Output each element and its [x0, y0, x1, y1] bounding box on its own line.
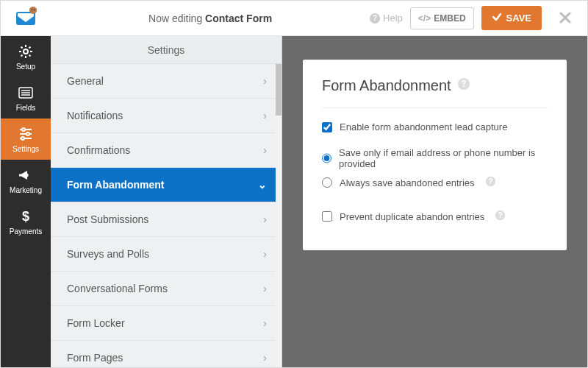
chevron-down-icon: ⌄	[258, 179, 267, 191]
sidenav-item-marketing[interactable]: Marketing	[1, 160, 51, 201]
settings-item-label: Form Locker	[67, 317, 125, 329]
settings-item-label: Form Abandonment	[67, 179, 164, 191]
save-conditional-radio[interactable]	[322, 153, 331, 163]
settings-column: Settings General › Notifications › Confi…	[51, 36, 282, 367]
panel-title: Form Abandonment ?	[322, 77, 548, 94]
svg-point-6	[34, 9, 35, 10]
enable-abandonment-label: Enable form abandonment lead capture	[340, 121, 507, 132]
side-nav: Setup Fields Settings Marketing	[1, 36, 51, 367]
save-always-option[interactable]: Always save abandoned entries ?	[322, 176, 548, 189]
megaphone-icon	[18, 167, 34, 183]
svg-line-13	[29, 54, 31, 56]
enable-abandonment-option[interactable]: Enable form abandonment lead capture	[322, 121, 548, 132]
settings-item-conversational-forms[interactable]: Conversational Forms ›	[51, 272, 282, 306]
gear-icon	[18, 43, 34, 60]
list-icon	[18, 85, 34, 101]
sidenav-label: Setup	[16, 63, 35, 71]
check-icon	[492, 12, 502, 24]
code-icon: </>	[418, 13, 431, 24]
settings-item-notifications[interactable]: Notifications ›	[51, 99, 282, 133]
panel-title-text: Form Abandonment	[322, 77, 451, 94]
sliders-icon	[18, 126, 34, 142]
settings-item-label: Conversational Forms	[67, 283, 168, 294]
settings-item-general[interactable]: General ›	[51, 64, 282, 99]
svg-text:?: ?	[488, 177, 492, 185]
top-header: Now editing Contact Form ? Help </> EMBE…	[1, 1, 587, 36]
chevron-right-icon: ›	[263, 75, 267, 87]
close-icon	[559, 9, 571, 27]
save-conditional-label: Save only if email address or phone numb…	[339, 147, 548, 169]
svg-line-14	[29, 46, 31, 48]
sidenav-item-setup[interactable]: Setup	[1, 36, 51, 77]
embed-button-label: EMBED	[434, 13, 465, 24]
settings-item-post-submissions[interactable]: Post Submissions ›	[51, 202, 282, 237]
help-icon[interactable]: ?	[485, 176, 496, 189]
prevent-dupes-label: Prevent duplicate abandon entries	[340, 211, 484, 222]
settings-item-label: General	[67, 75, 104, 87]
svg-text:?: ?	[461, 79, 466, 89]
sidenav-label: Marketing	[10, 186, 42, 194]
settings-item-surveys-polls[interactable]: Surveys and Polls ›	[51, 237, 282, 272]
svg-point-21	[22, 128, 25, 131]
help-icon[interactable]: ?	[457, 77, 470, 94]
chevron-right-icon: ›	[263, 144, 267, 156]
chevron-right-icon: ›	[263, 352, 267, 364]
svg-point-23	[26, 132, 29, 135]
now-editing-label: Now editing Contact Form	[51, 13, 370, 24]
save-button[interactable]: SAVE	[481, 6, 542, 30]
app-logo	[1, 1, 51, 36]
content-area: Form Abandonment ? Enable form abandonme…	[282, 36, 587, 367]
save-conditional-option[interactable]: Save only if email address or phone numb…	[322, 147, 548, 169]
enable-abandonment-checkbox[interactable]	[322, 122, 332, 132]
chevron-right-icon: ›	[263, 248, 267, 260]
help-icon[interactable]: ?	[495, 210, 506, 223]
help-label: Help	[383, 13, 403, 24]
save-button-label: SAVE	[506, 13, 531, 24]
settings-item-label: Surveys and Polls	[67, 248, 149, 260]
settings-item-label: Confirmations	[67, 144, 130, 156]
sidenav-item-fields[interactable]: Fields	[1, 77, 51, 118]
sidenav-item-settings[interactable]: Settings	[1, 118, 51, 160]
help-icon: ?	[370, 13, 380, 24]
chevron-right-icon: ›	[263, 283, 267, 294]
sidenav-label: Settings	[12, 145, 39, 153]
svg-text:$: $	[22, 209, 29, 224]
settings-item-confirmations[interactable]: Confirmations ›	[51, 133, 282, 168]
close-button[interactable]	[549, 9, 581, 28]
settings-item-form-abandonment[interactable]: Form Abandonment ⌄	[51, 168, 282, 202]
dollar-icon: $	[18, 208, 34, 224]
settings-item-form-pages[interactable]: Form Pages ›	[51, 341, 282, 367]
svg-point-7	[24, 49, 28, 54]
prevent-dupes-option[interactable]: Prevent duplicate abandon entries ?	[322, 210, 548, 223]
embed-button[interactable]: </> EMBED	[410, 7, 474, 29]
sidenav-item-payments[interactable]: $ Payments	[1, 201, 51, 242]
chevron-right-icon: ›	[263, 317, 267, 329]
svg-rect-26	[19, 174, 21, 176]
save-always-label: Always save abandoned entries	[340, 177, 475, 188]
form-abandonment-panel: Form Abandonment ? Enable form abandonme…	[303, 60, 567, 250]
settings-item-form-locker[interactable]: Form Locker ›	[51, 306, 282, 341]
svg-rect-1	[18, 13, 34, 16]
svg-line-15	[21, 54, 23, 56]
save-always-radio[interactable]	[322, 177, 332, 188]
settings-item-label: Notifications	[67, 110, 123, 121]
settings-column-title: Settings	[51, 36, 282, 64]
svg-line-12	[21, 46, 23, 48]
sidenav-label: Fields	[16, 104, 36, 112]
svg-point-5	[32, 9, 33, 10]
sidenav-label: Payments	[10, 227, 42, 236]
chevron-right-icon: ›	[263, 213, 267, 225]
scrollbar-thumb[interactable]	[276, 64, 282, 116]
divider	[322, 107, 548, 108]
settings-item-label: Form Pages	[67, 352, 123, 364]
settings-item-label: Post Submissions	[67, 213, 148, 225]
settings-list: General › Notifications › Confirmations …	[51, 64, 282, 367]
svg-point-25	[21, 137, 24, 140]
help-link[interactable]: ? Help	[370, 13, 403, 24]
svg-text:?: ?	[498, 211, 503, 219]
scrollbar-track[interactable]	[276, 64, 282, 367]
chevron-right-icon: ›	[263, 110, 267, 121]
prevent-dupes-checkbox[interactable]	[322, 211, 332, 222]
